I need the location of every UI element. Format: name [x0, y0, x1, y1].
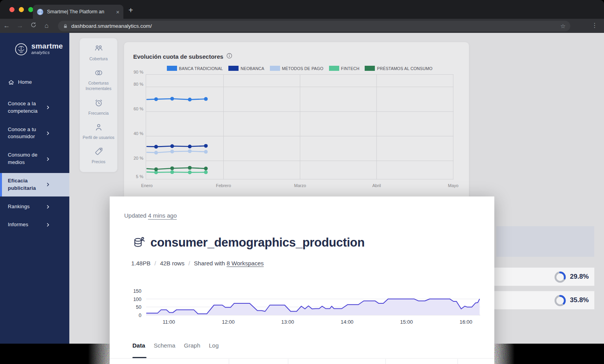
- legend-label: PRÉSTAMOS AL CONSUMO: [377, 66, 432, 71]
- url-text[interactable]: dashboard.smartmeanalytics.com/: [71, 23, 561, 29]
- legend-item[interactable]: NEOBANCA: [228, 66, 264, 71]
- data-point: [204, 167, 208, 171]
- y-axis-tick-label: 90 %: [128, 70, 143, 74]
- data-point: [188, 171, 192, 175]
- dataset-rowcount: 42B rows: [160, 260, 184, 267]
- legend-swatch: [228, 66, 239, 71]
- smartme-logo: smartme analytics: [0, 33, 69, 56]
- alarm-icon: [94, 98, 103, 108]
- y-axis-tick-label: 60 %: [128, 106, 143, 111]
- data-point: [170, 144, 174, 148]
- meta-separator: /: [154, 260, 156, 267]
- rail-item-label: Cobertura: [80, 56, 117, 61]
- sidebar-item-home[interactable]: Home: [0, 74, 69, 90]
- data-point: [188, 144, 192, 148]
- sidebar-item-consumo-de-medios[interactable]: Consumo de medios: [0, 147, 69, 171]
- tab-close-icon[interactable]: ×: [116, 9, 119, 15]
- close-window-button[interactable]: [9, 7, 14, 12]
- lock-icon: [63, 23, 68, 29]
- window-title-bar: Smartme| The Platform an × +: [0, 0, 604, 19]
- data-point: [170, 170, 174, 174]
- legend-item[interactable]: BANCA TRADICIONAL: [167, 66, 223, 71]
- browser-tab[interactable]: Smartme| The Platform an ×: [33, 5, 123, 19]
- home-icon[interactable]: ⌂: [40, 22, 53, 30]
- table-column-divider: [288, 359, 288, 364]
- new-tab-button[interactable]: +: [128, 6, 133, 14]
- sparkline-xtick: 11:00: [157, 319, 181, 325]
- browser-menu-icon[interactable]: ⋮: [591, 22, 598, 29]
- sparkline-ytick: 150: [127, 288, 141, 294]
- tab-title: Smartme| The Platform an: [47, 9, 114, 14]
- dataset-size: 1.48PB: [131, 260, 150, 267]
- legend-swatch: [329, 66, 339, 71]
- sidebar-item-label: Informes: [8, 221, 45, 229]
- rail-item-people[interactable]: Cobertura: [80, 44, 117, 61]
- updated-time-link[interactable]: 4 mins ago: [148, 212, 177, 219]
- sidebar-item-label: Eficacia publicitaria: [8, 177, 45, 192]
- y-axis-tick-label: 40 %: [128, 131, 143, 136]
- stat-value: 29.8%: [570, 273, 589, 281]
- noise-patch-right: [494, 344, 515, 364]
- bookmark-star-icon[interactable]: ☆: [561, 23, 566, 30]
- sidebar-item-informes[interactable]: Informes: [0, 217, 69, 233]
- sparkline-xtick: 14:00: [335, 319, 359, 325]
- tab-data[interactable]: Data: [132, 342, 145, 349]
- data-point: [188, 98, 192, 102]
- dataset-meta: 1.48PB/42B rows/Shared with 8 Workspaces: [131, 260, 264, 267]
- tool-rail: CoberturaCoberturas IncrementalesFrecuen…: [80, 38, 118, 172]
- rail-item-person[interactable]: Perfil de usuarios: [80, 123, 117, 140]
- back-icon[interactable]: ←: [0, 22, 13, 30]
- minimize-window-button[interactable]: [19, 7, 24, 12]
- data-point: [170, 150, 174, 153]
- sidebar-item-rankings[interactable]: Rankings: [0, 199, 69, 215]
- chevron-right-icon: [45, 204, 51, 209]
- rail-item-tag[interactable]: Precios: [80, 147, 117, 164]
- stats-header-band: [496, 226, 594, 257]
- chevron-right-icon: [45, 182, 51, 187]
- legend-swatch: [167, 66, 177, 71]
- data-point: [154, 151, 158, 155]
- data-point: [204, 150, 208, 154]
- rail-item-label: Coberturas Incrementales: [80, 80, 117, 91]
- sidebar-item-label: Consumo de medios: [8, 151, 45, 166]
- sidebar-item-eficacia-publicitaria[interactable]: Eficacia publicitaria: [0, 173, 69, 196]
- rail-item-venn[interactable]: Coberturas Incrementales: [80, 68, 117, 91]
- legend-swatch: [270, 66, 280, 71]
- tab-log[interactable]: Log: [209, 342, 219, 349]
- database-user-icon: [133, 237, 145, 249]
- x-axis-tick-label: Febrero: [208, 183, 239, 188]
- table-column-divider: [385, 359, 386, 364]
- data-point: [188, 149, 192, 153]
- address-bar[interactable]: dashboard.smartmeanalytics.com/ ☆: [58, 21, 570, 31]
- sidebar-item-conoce-a-tu-consumidor[interactable]: Conoce a tu consumidor: [0, 122, 69, 145]
- chevron-right-icon: [45, 157, 51, 162]
- browser-window: Smartme| The Platform an × + ← → ⌂ dashb…: [0, 0, 604, 364]
- reload-icon[interactable]: [27, 22, 40, 30]
- app-sidebar: smartme analytics HomeConoce a la compet…: [0, 33, 69, 344]
- rail-item-label: Frecuencia: [80, 110, 117, 116]
- shared-with: Shared with 8 Workspaces: [194, 260, 264, 267]
- x-axis-tick-label: Marzo: [284, 183, 316, 188]
- table-column-divider: [229, 359, 229, 364]
- sidebar-item-conoce-a-la-competencia[interactable]: Conoce a la competencia: [0, 96, 69, 119]
- shared-workspaces-link[interactable]: 8 Workspaces: [226, 260, 264, 267]
- sidebar-item-label: Conoce a la competencia: [8, 100, 45, 115]
- table-column-divider: [458, 359, 458, 364]
- data-point: [170, 166, 174, 170]
- tab-graph[interactable]: Graph: [184, 342, 201, 349]
- sparkline-xtick: 12:00: [217, 319, 240, 325]
- meta-separator: /: [188, 260, 190, 267]
- forward-icon[interactable]: →: [13, 22, 27, 30]
- legend-item[interactable]: MÉTODOS DE PAGO: [270, 66, 324, 71]
- data-point: [188, 166, 192, 170]
- legend-item[interactable]: FINTECH: [329, 66, 360, 71]
- rail-item-alarm[interactable]: Frecuencia: [80, 98, 117, 116]
- data-point: [204, 170, 208, 174]
- dataset-modal: Updated 4 mins ago consumer_demographics…: [110, 196, 494, 364]
- tab-schema[interactable]: Schema: [154, 342, 175, 349]
- legend-item[interactable]: PRÉSTAMOS AL CONSUMO: [365, 66, 432, 71]
- sparkline-svg: [146, 288, 483, 317]
- legend-label: NEOBANCA: [241, 66, 264, 71]
- y-axis-tick-label: 80 %: [128, 82, 143, 86]
- info-icon[interactable]: [226, 53, 232, 60]
